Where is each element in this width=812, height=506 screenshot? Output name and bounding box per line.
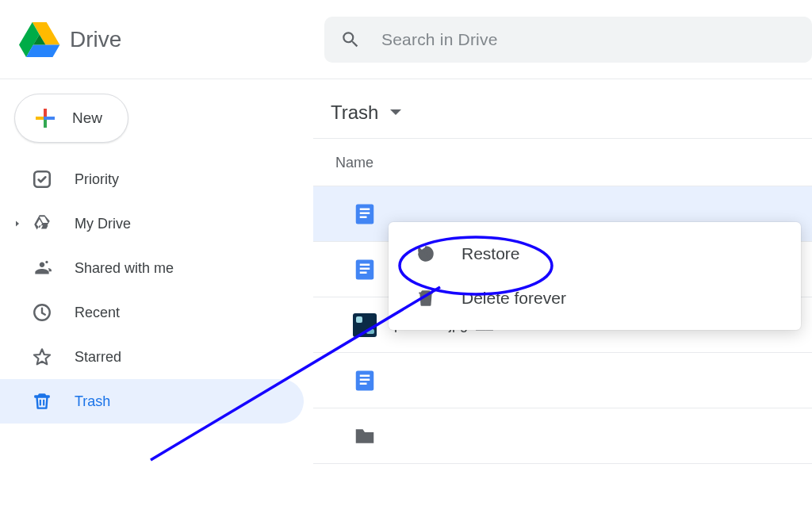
my-drive-icon — [32, 213, 52, 234]
caret-right-icon — [13, 219, 22, 228]
sidebar-item-priority[interactable]: Priority — [0, 157, 304, 201]
plus-icon — [31, 104, 59, 132]
star-icon — [32, 347, 52, 367]
docs-file-icon — [353, 258, 377, 282]
topbar: Drive Search in Drive — [0, 0, 812, 79]
image-thumbnail-icon — [353, 313, 377, 337]
svg-rect-4 — [44, 117, 47, 120]
search-placeholder: Search in Drive — [381, 30, 498, 49]
svg-rect-12 — [360, 216, 367, 218]
folder-icon — [353, 424, 377, 448]
file-row[interactable] — [313, 353, 812, 408]
sidebar-item-label: Shared with me — [75, 260, 174, 277]
context-menu: Restore Delete forever — [389, 222, 801, 330]
docs-file-icon — [353, 369, 377, 393]
svg-rect-10 — [360, 208, 370, 210]
svg-rect-20 — [360, 374, 370, 377]
logo[interactable]: Drive — [19, 21, 324, 59]
new-button[interactable]: New — [14, 94, 128, 143]
recent-icon — [32, 302, 52, 323]
column-header-name[interactable]: Name — [313, 139, 812, 186]
new-button-label: New — [72, 109, 102, 127]
svg-rect-15 — [360, 267, 370, 270]
svg-rect-21 — [360, 378, 370, 381]
context-menu-restore[interactable]: Restore — [389, 232, 801, 276]
sidebar: New Priority My Drive Shared with me Rec… — [0, 79, 313, 506]
page-title: Trash — [331, 102, 378, 124]
heading-row[interactable]: Trash — [313, 102, 812, 139]
drive-logo-icon — [19, 21, 60, 59]
sidebar-item-label: Trash — [75, 393, 110, 410]
sidebar-item-label: My Drive — [75, 216, 131, 232]
sidebar-item-shared[interactable]: Shared with me — [0, 246, 304, 290]
sidebar-item-trash[interactable]: Trash — [0, 379, 304, 424]
sidebar-item-label: Recent — [75, 305, 120, 321]
delete-forever-icon — [416, 288, 436, 309]
search-icon — [340, 29, 361, 50]
svg-rect-16 — [360, 271, 367, 274]
priority-icon — [32, 169, 52, 190]
sidebar-item-label: Starred — [75, 349, 121, 366]
dropdown-caret-icon — [389, 109, 402, 117]
app-name: Drive — [70, 27, 121, 52]
context-menu-label: Restore — [462, 244, 520, 263]
trash-icon — [32, 391, 52, 412]
svg-rect-11 — [360, 212, 370, 214]
nav-list: Priority My Drive Shared with me Recent … — [0, 157, 313, 424]
sidebar-item-recent[interactable]: Recent — [0, 290, 304, 335]
svg-rect-14 — [360, 263, 370, 266]
search-bar[interactable]: Search in Drive — [324, 17, 812, 63]
sidebar-item-label: Priority — [75, 171, 119, 188]
docs-file-icon — [353, 202, 377, 226]
svg-rect-22 — [360, 382, 367, 385]
context-menu-delete-forever[interactable]: Delete forever — [389, 276, 801, 320]
sidebar-item-my-drive[interactable]: My Drive — [0, 201, 304, 246]
shared-icon — [32, 258, 52, 278]
file-row[interactable] — [313, 408, 812, 464]
sidebar-item-starred[interactable]: Starred — [0, 335, 304, 379]
restore-icon — [416, 243, 436, 264]
context-menu-label: Delete forever — [462, 289, 566, 308]
